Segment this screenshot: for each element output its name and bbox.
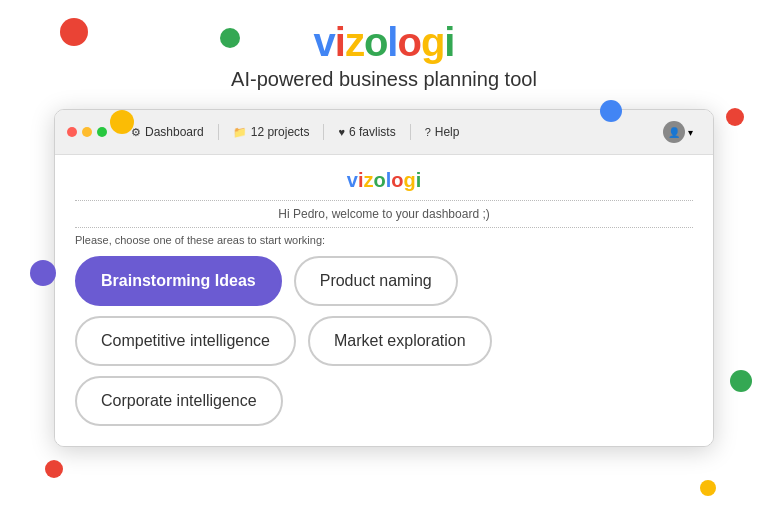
instruction-text: Please, choose one of these areas to sta… [75,234,693,246]
tl-red[interactable] [67,127,77,137]
dot-green-top [220,28,240,48]
welcome-message: Hi Pedro, welcome to your dashboard ;) [75,207,693,221]
dot-blue-right [600,100,622,122]
nav-item-help[interactable]: ? Help [415,121,470,143]
nav-label-help: Help [435,125,460,139]
app-logo: vizologi [75,169,693,192]
tl-yellow[interactable] [82,127,92,137]
buttons-grid: Brainstorming Ideas Product naming Compe… [75,256,693,426]
projects-icon: 📁 [233,126,247,139]
nav-item-projects[interactable]: 📁 12 projects [223,121,320,143]
hero-section: vizologi AI-powered business planning to… [0,0,768,447]
nav-label-projects: 12 projects [251,125,310,139]
nav-avatar[interactable]: 👤 ▾ [655,118,701,146]
nav-item-dashboard[interactable]: ⚙ Dashboard [121,121,214,143]
btn-product-naming[interactable]: Product naming [294,256,458,306]
btn-brainstorming[interactable]: Brainstorming Ideas [75,256,282,306]
dot-yellow-bottom-right [700,480,716,496]
dot-red-bottom-left [45,460,63,478]
btn-market-exploration[interactable]: Market exploration [308,316,492,366]
buttons-row-3: Corporate intelligence [75,376,693,426]
divider-top [75,200,693,201]
dot-purple-left [30,260,56,286]
buttons-row-2: Competitive intelligence Market explorat… [75,316,693,366]
browser-window: ⚙ Dashboard 📁 12 projects ♥ 6 favlists ?… [54,109,714,447]
nav-label-dashboard: Dashboard [145,125,204,139]
nav-divider-2 [323,124,324,140]
tl-green[interactable] [97,127,107,137]
nav-label-favlists: 6 favlists [349,125,396,139]
avatar: 👤 [663,121,685,143]
buttons-row-1: Brainstorming Ideas Product naming [75,256,693,306]
tagline: AI-powered business planning tool [231,68,537,91]
dot-green-bottom-right [730,370,752,392]
btn-competitive-intelligence[interactable]: Competitive intelligence [75,316,296,366]
dot-yellow-left [110,110,134,134]
divider-bottom [75,227,693,228]
nav-divider-1 [218,124,219,140]
browser-nav: ⚙ Dashboard 📁 12 projects ♥ 6 favlists ?… [121,118,701,146]
favlists-icon: ♥ [338,126,345,138]
nav-divider-3 [410,124,411,140]
traffic-lights [67,127,107,137]
dot-red-right [726,108,744,126]
btn-corporate-intelligence[interactable]: Corporate intelligence [75,376,283,426]
app-content: vizologi Hi Pedro, welcome to your dashb… [55,155,713,446]
nav-item-favlists[interactable]: ♥ 6 favlists [328,121,405,143]
help-icon: ? [425,126,431,138]
main-logo: vizologi [314,22,455,62]
avatar-chevron: ▾ [688,127,693,138]
dot-red-top-left [60,18,88,46]
